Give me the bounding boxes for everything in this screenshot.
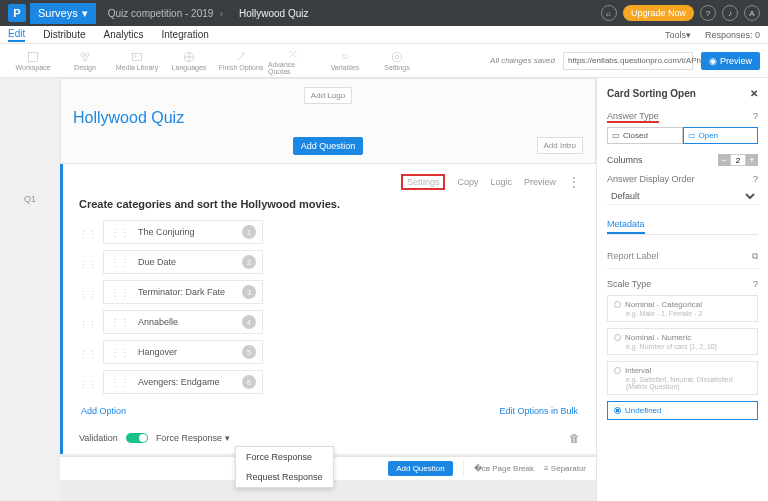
tool-finish[interactable]: Finish Options [216,50,266,71]
tab-integration[interactable]: Integration [162,29,209,40]
scale-type-label: Scale Type [607,279,651,289]
metadata-tab[interactable]: Metadata [607,219,645,234]
scale-nominal-num[interactable]: Nominal - Numeric e.g. Number of cars [1… [607,328,758,355]
breadcrumb-sep: › [219,7,223,19]
breadcrumb-folder[interactable]: Quiz competition - 2019 [108,8,214,19]
survey-header: Add Logo Hollywood Quiz Add Question Add… [60,78,596,164]
validation-label: Validation [79,433,118,443]
qtab-more-icon[interactable]: ⋮ [568,175,580,189]
left-gutter: Q1 [0,78,60,501]
drag-icon[interactable]: ⋮⋮ [79,290,97,300]
help-icon[interactable]: ? [753,111,758,123]
external-icon[interactable]: ⧉ [752,251,758,262]
menu-item-force[interactable]: Force Response [236,447,333,467]
tool-settings[interactable]: Settings [372,50,422,71]
add-question-button[interactable]: Add Question [293,137,364,155]
seg-closed[interactable]: ▭Closed [607,127,683,144]
drag-icon[interactable]: ⋮⋮ [79,380,97,390]
add-intro-button[interactable]: Add Intro [537,137,583,154]
help-icon[interactable]: ? [700,5,716,21]
option-row[interactable]: ⋮⋮The Conjuring1 [103,220,263,244]
edit-bulk-link[interactable]: Edit Options in Bulk [499,406,578,416]
tool-quotas[interactable]: Advance Quotas [268,47,318,75]
survey-url[interactable]: https://entlabs.questionpro.com/t/APh…✎ [563,52,693,70]
tool-languages[interactable]: Languages [164,50,214,71]
top-bar: P Surveys▾ Quiz competition - 2019 › Hol… [0,0,768,26]
ado-select[interactable]: Default [607,188,758,205]
chevron-down-icon: ▾ [82,7,88,20]
breadcrumb-current: Hollywood Quiz [239,8,308,19]
preview-button[interactable]: ◉Preview [701,52,760,70]
delete-icon[interactable]: 🗑 [569,432,580,444]
help-icon[interactable]: ? [753,279,758,289]
columns-stepper[interactable]: − + [718,154,758,166]
tools-dropdown[interactable]: Tools▾ [665,30,691,40]
drag-icon[interactable]: ⋮⋮ [79,320,97,330]
svg-rect-0 [28,52,37,61]
save-status: All changes saved [490,56,555,65]
qtab-logic[interactable]: Logic [490,177,512,187]
eye-icon: ◉ [709,56,717,66]
stepper-minus[interactable]: − [718,154,730,166]
right-panel: Card Sorting Open✕ Answer Type? ▭Closed … [596,78,768,501]
tab-distribute[interactable]: Distribute [43,29,85,40]
option-row[interactable]: ⋮⋮Avengers: Endgame6 [103,370,263,394]
drag-icon[interactable]: ⋮⋮ [79,230,97,240]
close-icon[interactable]: ✕ [750,88,758,99]
tool-variables[interactable]: Variables [320,50,370,71]
report-label[interactable]: Report Label [607,251,659,262]
add-question-button-footer[interactable]: Add Question [388,461,452,476]
app-logo[interactable]: P [8,4,26,22]
svg-point-7 [395,55,399,59]
stepper-plus[interactable]: + [746,154,758,166]
force-response-dropdown[interactable]: Force Response ▾ [156,433,230,443]
option-row[interactable]: ⋮⋮Hangover5 [103,340,263,364]
tool-workspace[interactable]: Workspace [8,50,58,71]
force-response-menu: Force Response Request Response [235,446,334,488]
separator-button[interactable]: ≡ Separator [544,464,586,473]
add-option-link[interactable]: Add Option [81,406,126,416]
stepper-input[interactable] [730,154,746,166]
open-icon: ▭ [688,131,696,140]
surveys-dropdown[interactable]: Surveys▾ [30,3,96,24]
menu-item-request[interactable]: Request Response [236,467,333,487]
qtab-copy[interactable]: Copy [457,177,478,187]
seg-open[interactable]: ▭Open [683,127,759,144]
tab-analytics[interactable]: Analytics [103,29,143,40]
tool-media[interactable]: Media Library [112,50,162,71]
tool-design[interactable]: Design [60,50,110,71]
svg-point-3 [83,58,87,62]
add-logo-button[interactable]: Add Logo [304,87,352,104]
qtab-settings[interactable]: Settings [401,174,446,190]
option-row[interactable]: ⋮⋮Annabelle4 [103,310,263,334]
question-title[interactable]: Create categories and sort the Hollywood… [79,198,580,210]
svg-point-5 [134,56,136,58]
svg-rect-4 [132,54,141,61]
svg-point-1 [81,53,85,57]
svg-point-2 [86,53,90,57]
avatar[interactable]: A [744,5,760,21]
scale-undefined[interactable]: Undefined [607,401,758,420]
qtab-preview[interactable]: Preview [524,177,556,187]
menu-bar: Edit Distribute Analytics Integration To… [0,26,768,44]
survey-title[interactable]: Hollywood Quiz [73,109,583,127]
closed-icon: ▭ [612,131,620,140]
drag-icon[interactable]: ⋮⋮ [79,350,97,360]
question-number: Q1 [0,194,60,204]
ado-label: Answer Display Order [607,174,695,184]
answer-type-label: Answer Type [607,111,659,123]
bell-icon[interactable]: ♪ [722,5,738,21]
option-row[interactable]: ⋮⋮Due Date2 [103,250,263,274]
validation-toggle[interactable] [126,433,148,443]
scale-interval[interactable]: Interval e.g. Satisfied, Neutral, Dissat… [607,361,758,395]
responses-count: Responses: 0 [705,30,760,40]
toolbar: Workspace Design Media Library Languages… [0,44,768,78]
drag-icon[interactable]: ⋮⋮ [79,260,97,270]
scale-nominal-cat[interactable]: Nominal - Categorical e.g. Male - 1, Fem… [607,295,758,322]
upgrade-button[interactable]: Upgrade Now [623,5,694,21]
option-row[interactable]: ⋮⋮Terminator: Dark Fate3 [103,280,263,304]
help-icon[interactable]: ? [753,174,758,184]
page-break-button[interactable]: �св Page Break [474,464,534,473]
search-icon[interactable]: ⌕ [601,5,617,21]
tab-edit[interactable]: Edit [8,28,25,42]
